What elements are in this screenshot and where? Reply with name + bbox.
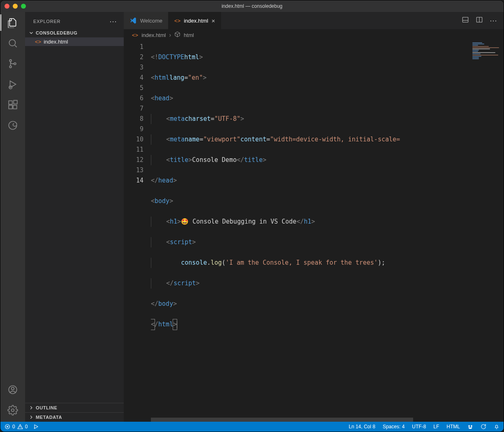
svg-point-2 — [9, 66, 12, 68]
html-file-icon: <> — [174, 18, 180, 24]
status-spaces[interactable]: Spaces: 4 — [383, 424, 405, 430]
status-debug-start[interactable] — [33, 424, 39, 430]
vscode-logo-icon — [129, 17, 137, 24]
folder-name-label: CONSOLEDEBUG — [36, 30, 77, 35]
tab-label: index.html — [184, 18, 208, 24]
editor-group: Welcome <> index.html × ⋯ <> index.html … — [124, 12, 504, 422]
outline-panel-label: OUTLINE — [36, 405, 57, 410]
line-gutter: 1 2 3 4 5 6 7 8 9 10 11 12 13 14 — [124, 41, 151, 422]
accounts-activity-icon[interactable] — [7, 384, 18, 395]
file-item-label: index.html — [44, 39, 68, 45]
svg-rect-8 — [14, 100, 17, 104]
svg-point-3 — [14, 63, 16, 65]
horizontal-scrollbar[interactable] — [151, 418, 471, 422]
svg-rect-5 — [9, 101, 12, 104]
warning-icon — [17, 424, 23, 430]
html-file-icon: <> — [132, 32, 138, 38]
outline-panel-header[interactable]: OUTLINE — [25, 403, 124, 412]
status-lncol[interactable]: Ln 14, Col 8 — [349, 424, 375, 430]
breadcrumb-separator-icon: › — [169, 32, 171, 38]
sidebar-more-icon[interactable]: ⋯ — [109, 18, 117, 25]
breadcrumb-symbol: html — [184, 32, 194, 38]
toggle-panel-icon[interactable] — [462, 16, 469, 25]
html-file-icon: <> — [35, 39, 41, 45]
tab-welcome[interactable]: Welcome — [124, 12, 169, 29]
explorer-sidebar: EXPLORER ⋯ CONSOLEDEBUG <> index.html OU… — [25, 12, 124, 422]
scrollbar-thumb[interactable] — [151, 418, 413, 422]
svg-point-1 — [9, 60, 12, 62]
split-editor-icon[interactable] — [476, 16, 483, 25]
title-bar: index.html — consoledebug — [0, 0, 504, 12]
svg-rect-6 — [9, 105, 12, 109]
error-icon — [5, 424, 10, 430]
status-bell-icon[interactable] — [494, 424, 499, 430]
svg-rect-7 — [13, 105, 17, 109]
window-zoom-button[interactable] — [21, 4, 26, 9]
window-close-button[interactable] — [5, 4, 9, 9]
breadcrumb-file: index.html — [141, 32, 166, 38]
window-title: index.html — consoledebug — [0, 3, 504, 9]
status-encoding[interactable]: UTF-8 — [412, 424, 426, 430]
source-control-activity-icon[interactable] — [7, 58, 18, 69]
sidebar-title-label: EXPLORER — [33, 19, 60, 24]
editor-more-icon[interactable]: ⋯ — [490, 17, 497, 24]
minimap[interactable] — [471, 41, 504, 422]
svg-point-11 — [12, 409, 14, 412]
status-feedback-icon[interactable] — [481, 424, 486, 430]
search-activity-icon[interactable] — [7, 37, 18, 49]
chevron-right-icon — [28, 414, 34, 420]
status-problems[interactable]: 0 0 — [5, 424, 28, 430]
tab-bar: Welcome <> index.html × ⋯ — [124, 12, 504, 29]
chevron-down-icon — [28, 30, 34, 36]
breadcrumb[interactable]: <> index.html › html — [124, 29, 504, 41]
folder-header[interactable]: CONSOLEDEBUG — [25, 28, 124, 37]
status-copilot-icon[interactable] — [467, 424, 473, 430]
status-eol[interactable]: LF — [433, 424, 439, 430]
run-debug-activity-icon[interactable] — [7, 79, 18, 90]
text-cursor — [177, 321, 177, 328]
settings-activity-icon[interactable] — [7, 404, 18, 416]
symbol-icon — [174, 31, 180, 39]
extensions-activity-icon[interactable] — [7, 99, 18, 111]
svg-rect-12 — [462, 17, 468, 22]
window-minimize-button[interactable] — [13, 4, 18, 9]
tab-index-html[interactable]: <> index.html × — [169, 12, 221, 29]
explorer-activity-icon[interactable] — [7, 17, 18, 28]
metadata-panel-label: METADATA — [36, 415, 62, 420]
svg-point-10 — [12, 387, 14, 390]
metadata-panel-header[interactable]: METADATA — [25, 412, 124, 422]
code-area[interactable]: <!DOCTYPE html> <html lang="en"> <head> … — [151, 41, 471, 422]
chevron-right-icon — [28, 405, 34, 411]
edge-activity-icon[interactable] — [7, 120, 18, 131]
close-tab-icon[interactable]: × — [211, 17, 215, 24]
activity-bar — [0, 12, 25, 422]
tab-label: Welcome — [140, 18, 162, 24]
file-item-index-html[interactable]: <> index.html — [25, 37, 124, 46]
svg-point-0 — [9, 39, 15, 46]
debug-start-icon — [33, 424, 39, 430]
status-bar: 0 0 Ln 14, Col 8 Spaces: 4 UTF-8 LF HTML — [0, 422, 504, 432]
editor-body[interactable]: 1 2 3 4 5 6 7 8 9 10 11 12 13 14 <!DOCTY… — [124, 41, 504, 422]
status-language[interactable]: HTML — [446, 424, 460, 430]
